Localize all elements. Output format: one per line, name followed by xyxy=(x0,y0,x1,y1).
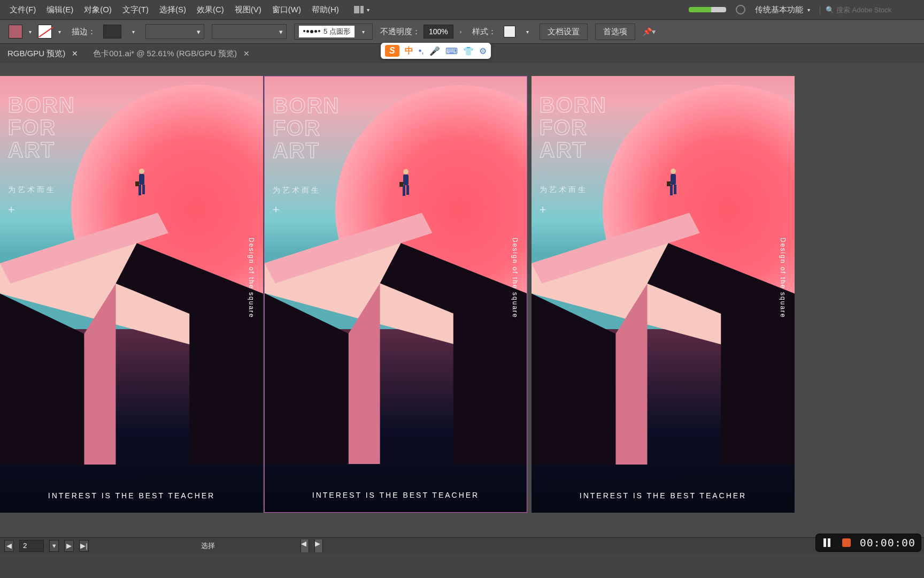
menu-help[interactable]: 帮助(H) xyxy=(306,1,344,19)
graphic-style-dropdown[interactable]: ▾ xyxy=(523,27,532,37)
arrange-documents-dropdown[interactable]: ▾ xyxy=(364,5,373,15)
stop-record-button[interactable] xyxy=(841,537,852,549)
plus-icon: + xyxy=(8,203,15,217)
poster-title: BORNFORART xyxy=(8,94,75,161)
document-tab-1[interactable]: RGB/GPU 预览) ✕ xyxy=(0,44,86,63)
last-artboard-button[interactable]: ▶| xyxy=(79,540,89,552)
tab-title: 色卡001.ai* @ 52.61% (RGB/GPU 预览) xyxy=(93,49,237,59)
menu-edit[interactable]: 编辑(E) xyxy=(41,1,79,19)
svg-point-25 xyxy=(671,169,676,174)
current-tool-label: 选择 xyxy=(201,541,215,551)
first-artboard-button[interactable]: ◀ xyxy=(4,540,14,552)
stroke-profile-dropdown[interactable]: ▾ xyxy=(145,24,204,39)
chevron-down-icon: ▾ xyxy=(197,28,201,36)
svg-marker-2 xyxy=(116,243,263,465)
menu-object[interactable]: 对象(O) xyxy=(79,1,117,19)
svg-rect-18 xyxy=(406,185,409,195)
document-tab-2[interactable]: 色卡001.ai* @ 52.61% (RGB/GPU 预览) ✕ xyxy=(86,44,257,63)
pause-button[interactable] xyxy=(821,537,833,549)
tab-title: RGB/GPU 预览) xyxy=(7,49,65,59)
opacity-dropdown[interactable]: › xyxy=(457,27,465,37)
zigzag-shape xyxy=(0,203,263,465)
scroll-seek-prev[interactable]: ◀ xyxy=(301,539,309,552)
graphic-style-swatch[interactable] xyxy=(504,26,515,37)
ime-logo-icon: S xyxy=(385,45,399,57)
pin-panel-icon[interactable]: 📌▾ xyxy=(643,27,656,36)
canvas-area[interactable]: BORNFORART 为艺术而生 + Design of the square … xyxy=(0,63,924,553)
svg-rect-6 xyxy=(139,174,144,185)
ime-language-label[interactable]: 中 xyxy=(405,45,413,57)
svg-marker-23 xyxy=(532,293,615,465)
ime-menu-icon[interactable]: ⚙ xyxy=(479,46,487,56)
ime-toolbar[interactable]: S 中 •, 🎤 ⌨ 👕 ⚙ xyxy=(381,43,491,59)
menu-bar: 文件(F) 编辑(E) 对象(O) 文字(T) 选择(S) 效果(C) 视图(V… xyxy=(0,0,924,19)
poster-subtitle-cn: 为艺术而生 xyxy=(8,185,56,195)
opacity-input[interactable] xyxy=(424,25,453,39)
menu-window[interactable]: 窗口(W) xyxy=(267,1,306,19)
menu-effect[interactable]: 效果(C) xyxy=(191,1,229,19)
poster-vertical-label: Design of the square xyxy=(248,238,255,318)
document-tab-bar: RGB/GPU 预览) ✕ 色卡001.ai* @ 52.61% (RGB/GP… xyxy=(0,44,924,63)
menu-file[interactable]: 文件(F) xyxy=(4,1,41,19)
svg-marker-12 xyxy=(380,243,527,464)
ime-voice-icon[interactable]: 🎤 xyxy=(429,46,440,56)
menu-select[interactable]: 选择(S) xyxy=(154,1,191,19)
scroll-seek-next[interactable]: ▶ xyxy=(314,539,323,552)
stroke-weight-dropdown[interactable]: ▾ xyxy=(129,27,138,37)
svg-point-5 xyxy=(139,169,144,174)
record-time: 00:00:00 xyxy=(860,536,915,549)
svg-rect-16 xyxy=(403,174,409,185)
svg-rect-26 xyxy=(671,174,676,185)
document-setup-button[interactable]: 文档设置 xyxy=(540,24,588,40)
brush-selector[interactable]: 5 点圆形 ▾ xyxy=(294,24,373,40)
svg-rect-28 xyxy=(674,185,676,194)
artboard-number-input[interactable] xyxy=(19,540,44,552)
chevron-down-icon: ▾ xyxy=(807,7,810,13)
workspace-label: 传统基本功能 xyxy=(755,5,803,15)
menu-view[interactable]: 视图(V) xyxy=(229,1,267,19)
svg-marker-3 xyxy=(0,293,84,465)
ime-skin-icon[interactable]: 👕 xyxy=(463,46,474,56)
artboard-3[interactable]: BORNFORART 为艺术而生 + Design of the square … xyxy=(532,76,795,513)
artboard-dropdown[interactable]: ▾ xyxy=(49,540,59,552)
svg-rect-9 xyxy=(135,181,139,186)
stroke-style-dropdown[interactable]: ▾ xyxy=(212,24,287,39)
artboard-1[interactable]: BORNFORART 为艺术而生 + Design of the square … xyxy=(0,76,263,513)
svg-rect-8 xyxy=(142,185,145,194)
svg-marker-13 xyxy=(265,293,349,464)
ime-keyboard-icon[interactable]: ⌨ xyxy=(445,46,458,56)
stroke-dropdown[interactable]: ▾ xyxy=(55,27,64,37)
sync-status-icon[interactable] xyxy=(736,5,745,14)
search-icon: 🔍 xyxy=(826,6,834,14)
style-label: 样式： xyxy=(472,27,496,37)
stroke-weight-input[interactable] xyxy=(103,25,121,39)
sync-progress-bar xyxy=(689,7,726,12)
brush-preview-icon xyxy=(303,30,320,33)
svg-marker-22 xyxy=(647,243,795,465)
chevron-down-icon: ▾ xyxy=(279,28,283,36)
close-icon[interactable]: ✕ xyxy=(72,49,78,58)
menu-type[interactable]: 文字(T) xyxy=(117,1,154,19)
svg-point-15 xyxy=(403,169,409,174)
fill-dropdown[interactable]: ▾ xyxy=(26,27,35,37)
fill-swatch[interactable] xyxy=(9,25,22,39)
ime-punct-icon[interactable]: •, xyxy=(419,46,424,56)
screen-recorder-overlay[interactable]: 00:00:00 xyxy=(816,534,921,551)
arrange-documents-icon[interactable] xyxy=(354,6,364,13)
next-artboard-button[interactable]: ▶ xyxy=(64,540,74,552)
search-stock-field[interactable]: 🔍 xyxy=(820,6,917,14)
walking-person-icon xyxy=(134,168,149,200)
svg-rect-19 xyxy=(399,182,403,187)
brush-name: 5 点圆形 xyxy=(324,27,350,36)
options-bar: ▾ ▾ 描边： ▾ ▾ ▾ 5 点圆形 ▾ 不透明度： › 样式： ▾ 文档设置… xyxy=(0,19,924,44)
artboard-2-selected[interactable]: BORNFORART 为艺术而生 + Design of the square … xyxy=(264,76,527,513)
preferences-button[interactable]: 首选项 xyxy=(595,24,635,40)
search-input[interactable] xyxy=(836,6,917,14)
status-bar: ◀ ▾ ▶ ▶| 选择 ◀ ▶ xyxy=(0,537,924,553)
opacity-label: 不透明度： xyxy=(380,27,420,37)
stroke-swatch[interactable] xyxy=(38,25,52,39)
poster-footer: INTEREST IS THE BEST TEACHER xyxy=(0,491,263,500)
workspace-selector[interactable]: 传统基本功能 ▾ xyxy=(755,5,810,15)
chevron-down-icon: ▾ xyxy=(359,27,368,37)
close-icon[interactable]: ✕ xyxy=(243,49,250,58)
